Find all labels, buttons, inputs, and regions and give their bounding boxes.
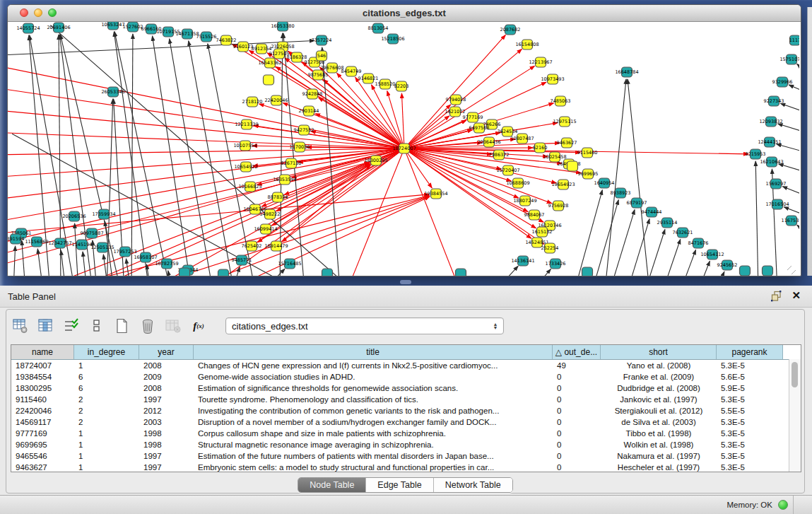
graph-node[interactable]: 2903144 <box>299 106 319 116</box>
graph-node[interactable]: 7515526 <box>196 32 217 42</box>
graph-node[interactable]: 7357224 <box>312 35 332 45</box>
graph-edge[interactable] <box>792 270 796 274</box>
graph-edge[interactable] <box>682 250 695 276</box>
graph-edge[interactable] <box>189 41 233 276</box>
table-cell[interactable]: 1997 <box>139 394 194 405</box>
graph-edge[interactable] <box>576 190 602 276</box>
table-cell[interactable]: 49 <box>553 360 601 371</box>
graph-edge[interactable] <box>8 148 399 155</box>
graph-node[interactable]: 14055724 <box>16 23 40 33</box>
table-cell[interactable]: 0 <box>553 405 601 416</box>
graph-node[interactable]: 16648784 <box>615 67 638 77</box>
graph-node[interactable] <box>322 269 333 276</box>
graph-node[interactable]: 8471676 <box>688 238 709 248</box>
graph-edge[interactable] <box>779 164 799 172</box>
graph-node[interactable]: 9242848 <box>302 89 323 99</box>
table-cell[interactable]: 2008 <box>139 382 194 394</box>
graph-node[interactable]: 8878334 <box>268 192 288 202</box>
graph-node[interactable]: 82203 <box>394 81 409 91</box>
row-height-icon[interactable] <box>88 317 105 335</box>
table-cell[interactable]: Stergiakouli et al. (2012) <box>601 405 717 416</box>
graph-node[interactable]: 8454749 <box>341 66 362 76</box>
graph-node[interactable]: 7632621 <box>673 228 693 238</box>
table-scrollbar[interactable] <box>789 359 801 472</box>
table-cell[interactable]: Investigating the contribution of common… <box>194 405 553 416</box>
graph-node[interactable]: 1733426 <box>546 259 566 269</box>
tab-node-table[interactable]: Node Table <box>298 478 365 492</box>
column-header-out_de[interactable]: △ out_de... <box>553 345 601 359</box>
table-cell[interactable]: 9465546 <box>11 450 74 462</box>
table-cell[interactable]: 1 <box>74 439 139 450</box>
graph-edge[interactable] <box>103 255 107 276</box>
graph-edge[interactable] <box>782 187 799 196</box>
table-cell[interactable]: 1 <box>74 360 139 371</box>
table-row[interactable]: 977716911998Corpus callosum shape and si… <box>11 428 801 439</box>
select-columns-icon[interactable] <box>63 317 80 335</box>
table-row[interactable]: 969969511998Structural magnetic resonanc… <box>11 439 801 450</box>
graph-node[interactable]: 10025458 <box>543 152 566 162</box>
table-cell[interactable]: 5.5E-5 <box>717 405 783 416</box>
graph-edge[interactable] <box>274 164 370 212</box>
table-cell[interactable]: 22420046 <box>11 405 74 416</box>
graph-node[interactable]: 16958107 <box>134 252 157 262</box>
graph-node[interactable]: 62160 <box>533 143 548 153</box>
graph-edge[interactable] <box>168 271 171 276</box>
column-header-name[interactable]: name <box>11 345 74 359</box>
graph-node[interactable]: 15751074 <box>779 54 799 64</box>
graph-edge[interactable] <box>789 85 799 92</box>
graph-edge[interactable] <box>700 261 710 276</box>
graph-node[interactable] <box>264 75 274 85</box>
table-cell[interactable]: 1998 <box>139 439 194 450</box>
table-cell[interactable]: Estimation of significance thresholds fo… <box>194 382 553 394</box>
table-selector[interactable]: citations_edges.txt ▲▼ <box>225 317 504 334</box>
graph-node[interactable]: 1569297 <box>766 179 787 189</box>
graph-node[interactable]: 8215953 <box>746 149 766 159</box>
graph-node[interactable]: 10654922 <box>234 162 257 172</box>
graph-edge[interactable] <box>401 93 404 144</box>
graph-edge[interactable] <box>189 197 430 276</box>
graph-node[interactable]: 1527602 <box>123 22 143 32</box>
column-header-title[interactable]: title <box>194 345 553 359</box>
graph-node[interactable] <box>763 266 773 276</box>
table-cell[interactable]: 2009 <box>139 371 194 382</box>
table-cell[interactable]: 9699695 <box>11 439 74 450</box>
table-cell[interactable]: Jankovic et al. (1997) <box>601 394 717 405</box>
graph-edge[interactable] <box>780 103 799 112</box>
table-cell[interactable]: Structural magnetic resonance image aver… <box>194 439 553 450</box>
table-cell[interactable]: 1 <box>74 450 139 462</box>
column-header-in_degree[interactable]: in_degree <box>74 345 139 359</box>
float-panel-icon[interactable] <box>771 291 782 302</box>
graph-edge[interactable] <box>629 219 649 276</box>
graph-node[interactable]: 9875685 <box>308 70 329 80</box>
new-table-icon[interactable] <box>114 317 131 335</box>
graph-node[interactable]: 2935114 <box>657 218 678 228</box>
table-cell[interactable]: Estimation of the future numbers of pati… <box>194 450 553 462</box>
table-cell[interactable]: 5.3E-5 <box>717 439 783 450</box>
graph-node[interactable]: 12093832 <box>759 117 782 127</box>
table-row[interactable]: 1872400712008Changes of HCN gene express… <box>11 360 801 371</box>
graph-edge[interactable] <box>8 88 399 148</box>
graph-edge[interactable] <box>114 32 148 276</box>
table-cell[interactable]: Nakamura et al. (1997) <box>601 450 717 462</box>
graph-node[interactable] <box>740 266 751 276</box>
table-cell[interactable]: 1997 <box>139 462 194 472</box>
table-cell[interactable]: 0 <box>553 371 601 382</box>
graph-edge[interactable] <box>797 64 799 71</box>
graph-node[interactable]: 17359934 <box>92 209 115 219</box>
table-cell[interactable]: 1 <box>74 462 139 472</box>
table-cell[interactable]: 14569117 <box>11 416 74 428</box>
graph-node[interactable] <box>218 269 229 276</box>
table-cell[interactable]: 2 <box>74 394 139 405</box>
function-builder-icon[interactable]: f(x) <box>190 317 207 335</box>
table-row[interactable]: 946554611997Estimation of the future num… <box>11 450 801 462</box>
graph-edge[interactable] <box>594 200 618 276</box>
graph-node[interactable]: 12975115 <box>553 117 576 127</box>
delete-table-icon[interactable] <box>139 317 156 335</box>
graph-node[interactable]: 7625402 <box>242 241 262 251</box>
table-cell[interactable]: Changes of HCN gene expression and I(f) … <box>194 360 553 371</box>
graph-edge[interactable] <box>606 79 626 276</box>
table-cell[interactable]: 1998 <box>139 428 194 439</box>
table-cell[interactable]: Tibbo et al. (1998) <box>601 428 717 439</box>
graph-edge[interactable] <box>536 269 551 276</box>
table-cell[interactable]: 5.9E-5 <box>717 382 783 394</box>
